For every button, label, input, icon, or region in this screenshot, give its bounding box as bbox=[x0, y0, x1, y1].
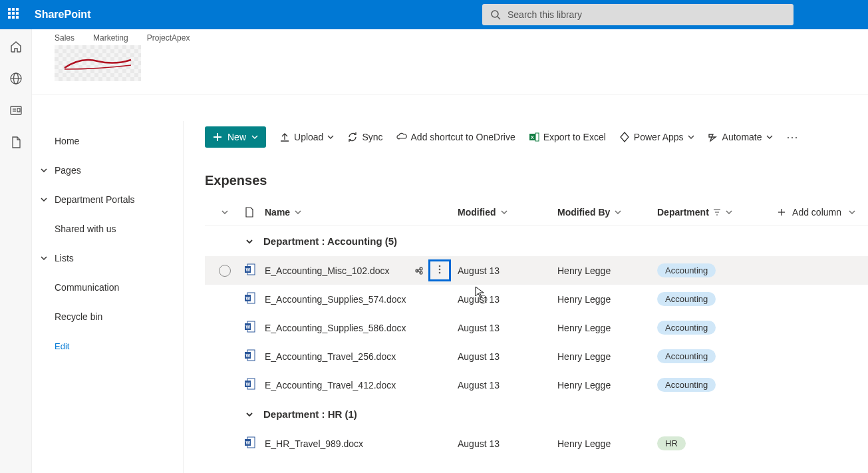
new-button[interactable]: New bbox=[205, 126, 266, 148]
command-bar: New Upload Sync Add shortcut to OneDrive… bbox=[184, 121, 868, 153]
chevron-down-icon bbox=[766, 134, 773, 140]
col-modified[interactable]: Modified bbox=[458, 207, 557, 218]
tab-marketing[interactable]: Marketing bbox=[93, 33, 128, 43]
group-label: Department : Accounting (5) bbox=[263, 236, 397, 247]
col-modified-by[interactable]: Modified By bbox=[557, 207, 657, 218]
export-label: Export to Excel bbox=[543, 132, 606, 142]
svg-text:W: W bbox=[246, 353, 251, 358]
app-launcher-icon[interactable] bbox=[8, 8, 21, 21]
plus-icon bbox=[213, 132, 222, 142]
nav-recycle-bin[interactable]: Recycle bin bbox=[32, 302, 183, 331]
chevron-down-icon bbox=[614, 208, 622, 216]
modified-by: Henry Legge bbox=[557, 323, 657, 333]
col-name-label: Name bbox=[265, 207, 290, 218]
department-pill: Accounting bbox=[657, 292, 716, 306]
brand-label: SharePoint bbox=[35, 9, 90, 21]
left-nav: Home Pages Department Portals Shared wit… bbox=[32, 121, 184, 473]
group-label: Department : HR (1) bbox=[263, 408, 357, 420]
file-name-label: E_Accounting_Travel_412.docx bbox=[265, 380, 396, 391]
secondary-circle-icon bbox=[478, 294, 488, 305]
powerapps-label: Power Apps bbox=[634, 132, 684, 142]
more-commands-button[interactable]: ⋯ bbox=[786, 130, 799, 144]
nav-pages[interactable]: Pages bbox=[32, 156, 183, 185]
search-placeholder: Search this library bbox=[507, 9, 582, 20]
nav-department-portals[interactable]: Department Portals bbox=[32, 185, 183, 214]
file-name-label: E_Accounting_Misc_102.docx bbox=[265, 265, 390, 276]
svg-point-21 bbox=[439, 272, 441, 274]
search-input[interactable]: Search this library bbox=[482, 4, 794, 25]
chevron-down-icon bbox=[688, 134, 694, 140]
nav-lists[interactable]: Lists bbox=[32, 243, 183, 273]
group-header[interactable]: Department : HR (1) bbox=[205, 399, 868, 429]
word-doc-icon: W bbox=[245, 321, 255, 333]
left-rail bbox=[0, 29, 32, 473]
sync-icon bbox=[347, 132, 358, 142]
add-shortcut-button[interactable]: Add shortcut to OneDrive bbox=[396, 132, 515, 142]
chevron-down-icon bbox=[848, 208, 856, 216]
main-content: Expenses Name Modified Modified By Depar… bbox=[184, 153, 868, 473]
department-pill: Accounting bbox=[657, 321, 716, 335]
onedrive-icon bbox=[396, 132, 407, 142]
page-title: Expenses bbox=[205, 173, 868, 188]
file-row[interactable]: W E_Accounting_Misc_102.docx August 13 H… bbox=[205, 256, 868, 285]
home-icon[interactable] bbox=[9, 40, 23, 53]
file-type-icon[interactable] bbox=[245, 207, 254, 218]
upload-button[interactable]: Upload bbox=[279, 132, 334, 142]
file-row[interactable]: W E_Accounting_Supplies_574.docx August … bbox=[205, 285, 868, 313]
file-row[interactable]: W E_Accounting_Travel_412.docx August 13… bbox=[205, 371, 868, 399]
power-apps-button[interactable]: Power Apps bbox=[619, 132, 694, 142]
add-column-button[interactable]: Add column bbox=[778, 207, 868, 218]
svg-point-0 bbox=[492, 11, 498, 17]
file-row[interactable]: W E_Accounting_Supplies_586.docx August … bbox=[205, 313, 868, 342]
tab-projectapex[interactable]: ProjectApex bbox=[147, 33, 190, 43]
nav-home[interactable]: Home bbox=[32, 126, 183, 156]
group-header[interactable]: Department : Accounting (5) bbox=[205, 226, 868, 256]
site-logo[interactable] bbox=[55, 45, 141, 81]
svg-text:W: W bbox=[246, 325, 251, 329]
file-name-label: E_Accounting_Supplies_586.docx bbox=[265, 323, 406, 333]
upload-icon bbox=[279, 132, 290, 142]
col-department-label: Department bbox=[657, 207, 709, 218]
automate-button[interactable]: Automate bbox=[708, 132, 773, 142]
tab-sales[interactable]: Sales bbox=[55, 33, 74, 43]
search-icon bbox=[490, 9, 501, 20]
sync-button[interactable]: Sync bbox=[347, 132, 382, 142]
share-icon[interactable] bbox=[414, 265, 424, 276]
chevron-down-icon bbox=[251, 134, 258, 140]
file-row[interactable]: W E_Accounting_Travel_256.docx August 13… bbox=[205, 342, 868, 371]
svg-text:W: W bbox=[246, 267, 251, 272]
department-pill: Accounting bbox=[657, 349, 716, 363]
export-excel-button[interactable]: X Export to Excel bbox=[529, 132, 606, 142]
svg-text:W: W bbox=[246, 296, 251, 301]
col-name[interactable]: Name bbox=[265, 207, 458, 218]
word-doc-icon: W bbox=[245, 436, 255, 448]
col-department[interactable]: Department bbox=[657, 207, 757, 218]
upload-label: Upload bbox=[294, 132, 323, 142]
svg-text:W: W bbox=[246, 440, 251, 445]
chevron-down-icon bbox=[245, 410, 254, 419]
more-vertical-icon[interactable] bbox=[434, 264, 445, 275]
file-icon[interactable] bbox=[9, 136, 23, 149]
chevron-down-icon bbox=[500, 208, 508, 216]
chevron-down-icon bbox=[40, 166, 48, 174]
news-icon[interactable] bbox=[9, 104, 23, 117]
svg-point-37 bbox=[479, 295, 487, 303]
modified-date: August 13 bbox=[458, 265, 557, 276]
top-suite-bar: SharePoint Search this library bbox=[0, 0, 868, 29]
new-label: New bbox=[227, 132, 246, 142]
nav-edit[interactable]: Edit bbox=[32, 331, 183, 361]
globe-icon[interactable] bbox=[9, 72, 23, 85]
site-header: Sales Marketing ProjectApex bbox=[32, 29, 868, 94]
nav-dept-label: Department Portals bbox=[55, 194, 135, 205]
chevron-down-icon[interactable] bbox=[221, 208, 229, 216]
chevron-down-icon bbox=[327, 134, 334, 140]
svg-line-1 bbox=[498, 17, 500, 19]
plus-icon bbox=[778, 208, 786, 216]
file-row[interactable]: W E_HR_Travel_989.docx August 13 Henry L… bbox=[205, 429, 868, 458]
word-doc-icon: W bbox=[245, 349, 255, 361]
word-doc-icon: W bbox=[245, 378, 255, 390]
nav-shared[interactable]: Shared with us bbox=[32, 214, 183, 243]
modified-by: Henry Legge bbox=[557, 294, 657, 305]
select-circle[interactable] bbox=[219, 265, 231, 277]
nav-communication[interactable]: Communication bbox=[32, 273, 183, 302]
